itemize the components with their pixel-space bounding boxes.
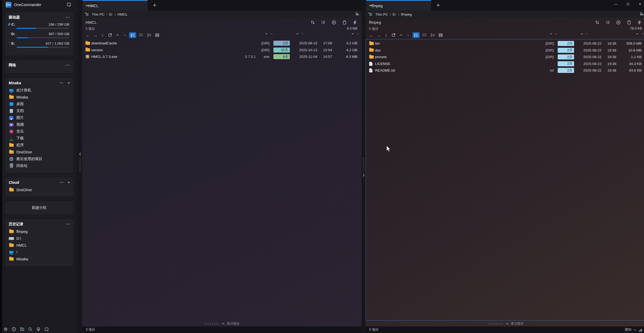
sidebar-item-documents[interactable]: 文档 bbox=[5, 107, 73, 114]
crumb-drive[interactable]: D: bbox=[393, 12, 396, 16]
new-window-icon[interactable] bbox=[44, 327, 49, 331]
pane-splitter[interactable]: ❯ bbox=[362, 0, 366, 333]
sidebar-splitter[interactable]: ❮ bbox=[78, 0, 82, 333]
history-item-misaka[interactable]: Misaka bbox=[5, 256, 73, 262]
sidebar-item-music[interactable]: ♪音乐 bbox=[5, 128, 73, 135]
up-icon[interactable]: ↑ bbox=[100, 33, 106, 37]
open-new-tab-icon[interactable] bbox=[390, 33, 397, 37]
menu-icon[interactable] bbox=[368, 12, 373, 17]
forward-icon[interactable]: → bbox=[92, 33, 98, 37]
file-row-bin[interactable]: bin [DIR] 2月 2025-08-22 19:38 556.0 MB bbox=[366, 40, 644, 47]
sidebar-item-pictures[interactable]: 图片 bbox=[5, 114, 73, 121]
history-item-root[interactable]: \ bbox=[5, 249, 73, 256]
view-details-button[interactable] bbox=[145, 32, 153, 38]
settings-gear-icon[interactable] bbox=[3, 327, 8, 331]
sidebar-item-this-pc[interactable]: 此计算机 bbox=[5, 87, 73, 94]
sort-date-chevrons[interactable] bbox=[580, 33, 589, 35]
expand-all-icon[interactable] bbox=[122, 34, 128, 37]
expand-pane-icon[interactable]: ❯ bbox=[362, 173, 365, 177]
sidebar-item-videos[interactable]: 视频 bbox=[5, 121, 73, 128]
view-grid-button[interactable] bbox=[154, 32, 161, 38]
layout-panels-icon[interactable] bbox=[20, 327, 24, 331]
sidebar-item-cloud-onedrive[interactable]: OneDrive bbox=[5, 186, 73, 193]
history-item-ffmpeg[interactable]: ffmpeg bbox=[5, 228, 73, 235]
tab-hmcl[interactable]: HMCL bbox=[83, 0, 148, 11]
drives-menu-icon[interactable]: ••• bbox=[66, 16, 70, 19]
sort-icon[interactable] bbox=[593, 19, 601, 26]
crumb-folder[interactable]: ffmpeg bbox=[401, 12, 412, 16]
sort-ext-chevrons[interactable] bbox=[550, 33, 558, 35]
drive-row[interactable]: C: 186 / 299 GB bbox=[5, 21, 73, 31]
file-row-license[interactable]: LICENSE 2月 2025-08-22 19:38 34.3 KB bbox=[366, 60, 644, 67]
user-group-menu-icon[interactable]: ••• bbox=[60, 82, 64, 84]
crumb-this-pc[interactable]: This PC bbox=[375, 12, 388, 16]
splitter-grip[interactable] bbox=[362, 157, 364, 172]
add-circle-icon[interactable] bbox=[330, 19, 338, 26]
sidebar-item-onedrive[interactable]: OneDrive bbox=[5, 149, 73, 156]
new-window-icon[interactable] bbox=[67, 2, 71, 8]
history-item-d-drive[interactable]: D:\ bbox=[5, 235, 73, 242]
sort-icon[interactable] bbox=[309, 19, 317, 26]
sidebar-item-programs[interactable]: 程序 bbox=[5, 142, 73, 149]
sidebar-item-recent-items[interactable]: 最近使用的项目 bbox=[5, 156, 73, 162]
preview-drag-handle[interactable] bbox=[204, 322, 220, 325]
view-columns-button[interactable] bbox=[137, 32, 144, 38]
column-stats-icon[interactable] bbox=[355, 12, 359, 17]
left-breadcrumb[interactable]: This PC \ D: \ HMCL bbox=[82, 11, 362, 18]
sidebar-item-downloads[interactable]: ↓下载 bbox=[5, 135, 73, 142]
file-row-downloadcache[interactable]: downloadCache [DIR] 2月 2025-08-15 17:08 … bbox=[82, 40, 362, 47]
clipboard-icon[interactable] bbox=[625, 19, 633, 26]
minimize-button[interactable]: — bbox=[610, 0, 622, 8]
app-titlebar[interactable]: one OneCommander bbox=[2, 0, 76, 10]
history-item-hmcl[interactable]: HMCL bbox=[5, 242, 73, 249]
activity-bars-icon[interactable] bbox=[638, 328, 642, 332]
sidebar-item-desktop[interactable]: 桌面 bbox=[5, 101, 73, 107]
file-row-doc[interactable]: doc [DIR] 2月 2025-08-22 19:38 10.6 MB bbox=[366, 47, 644, 54]
view-grid-button[interactable] bbox=[437, 32, 444, 38]
collapse-all-icon[interactable] bbox=[114, 34, 121, 37]
new-group-button[interactable]: 新建分组 bbox=[5, 201, 73, 214]
sidebar-item-misaka[interactable]: Misaka bbox=[5, 94, 73, 101]
sort-size-chevrons[interactable] bbox=[351, 33, 359, 35]
up-icon[interactable]: ↑ bbox=[383, 33, 389, 37]
info-icon[interactable] bbox=[11, 327, 16, 331]
checklist-icon[interactable] bbox=[604, 19, 612, 26]
quick-actions-icon[interactable] bbox=[351, 19, 359, 26]
crumb-drive[interactable]: D: bbox=[109, 12, 113, 16]
show-preview-toggle[interactable]: 显示预览 bbox=[366, 321, 644, 326]
sidebar-item-recycle-bin[interactable]: 回收站 bbox=[5, 162, 73, 169]
sort-date-chevrons[interactable] bbox=[296, 33, 304, 35]
view-list-button[interactable] bbox=[129, 32, 136, 38]
cloud-add-icon[interactable]: + bbox=[68, 180, 70, 185]
maximize-button[interactable] bbox=[622, 0, 634, 8]
new-tab-button[interactable]: + bbox=[150, 1, 159, 10]
splitter-grip[interactable] bbox=[79, 157, 81, 172]
menu-icon[interactable] bbox=[85, 12, 89, 17]
history-menu-icon[interactable]: ••• bbox=[66, 223, 70, 226]
column-stats-icon[interactable] bbox=[640, 12, 644, 17]
new-tab-button[interactable]: + bbox=[434, 1, 443, 10]
file-row-hmcl-exe[interactable]: HMCL-3.7.3.exe 3.7.0.1 exe 9天 2025-11-04… bbox=[82, 53, 362, 60]
user-group-add-icon[interactable]: + bbox=[68, 81, 70, 85]
view-list-button[interactable] bbox=[413, 32, 420, 38]
search-icon[interactable] bbox=[28, 327, 32, 331]
preview-drag-handle[interactable] bbox=[488, 322, 504, 325]
file-row-presets[interactable]: presets [DIR] 2月 2025-08-22 19:38 1.1 KB bbox=[366, 54, 644, 60]
forward-icon[interactable]: → bbox=[376, 33, 382, 37]
close-button[interactable]: ✕ bbox=[634, 0, 644, 8]
checklist-icon[interactable] bbox=[319, 19, 327, 26]
quick-actions-icon[interactable] bbox=[636, 19, 643, 26]
network-menu-icon[interactable]: ••• bbox=[66, 64, 70, 67]
collapse-sidebar-icon[interactable]: ❮ bbox=[79, 152, 81, 156]
cloud-menu-icon[interactable]: ••• bbox=[60, 181, 64, 184]
file-row-version[interactable]: version [DIR] 31天 2025-10-13 12:54 4.2 G… bbox=[82, 47, 362, 54]
add-circle-icon[interactable] bbox=[614, 19, 622, 26]
expand-all-icon[interactable] bbox=[405, 34, 411, 37]
back-icon[interactable]: ← bbox=[368, 33, 375, 37]
show-preview-toggle[interactable]: 显示预览 bbox=[82, 321, 362, 326]
right-breadcrumb[interactable]: This PC \ D: \ ffmpeg bbox=[366, 11, 644, 18]
file-row-readme[interactable]: README.txt txt 2月 2025-08-22 19:38 43.6 … bbox=[366, 67, 644, 74]
clipboard-icon[interactable] bbox=[340, 19, 348, 26]
tab-ffmpeg[interactable]: ffmpeg bbox=[366, 0, 431, 11]
sort-size-chevrons[interactable] bbox=[636, 33, 644, 35]
